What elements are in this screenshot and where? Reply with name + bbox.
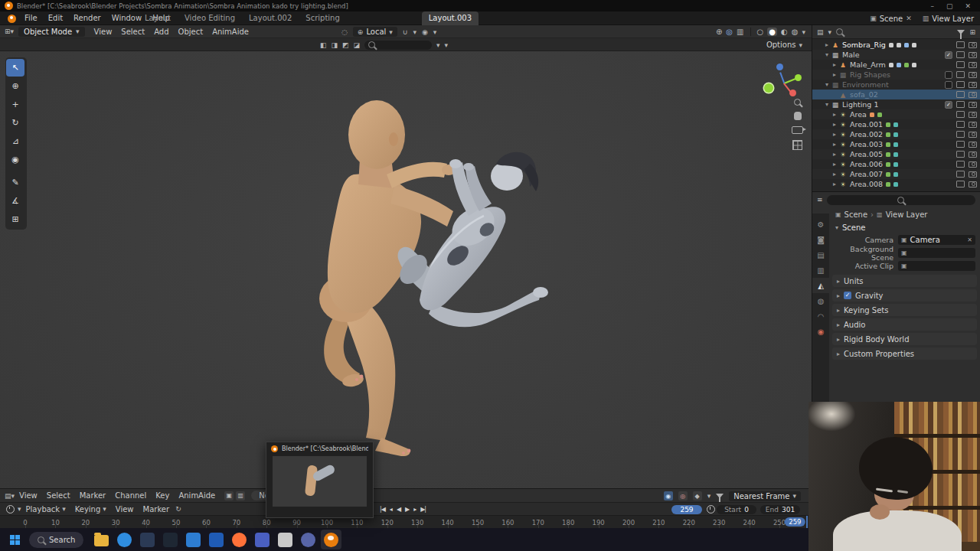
snap-target-icon[interactable]: ▾	[436, 41, 440, 49]
select-box-tool[interactable]: ↖	[6, 59, 24, 77]
annotate-tool[interactable]: ✎	[6, 174, 24, 191]
dopesheet-menu-marker[interactable]: Marker	[75, 489, 111, 503]
menu-edit[interactable]: Edit	[43, 11, 68, 25]
timeline-menu-view[interactable]: View	[111, 503, 139, 516]
collection-checkbox[interactable]: ✓	[945, 101, 952, 109]
next-keyframe-button[interactable]: ▸	[413, 506, 416, 513]
close-icon[interactable]: ✕	[906, 15, 912, 22]
outliner-row[interactable]: ▸♟Male_Arm	[812, 60, 980, 70]
disclosure-icon[interactable]: ▸	[831, 61, 838, 68]
play-button[interactable]: ▶	[405, 506, 409, 513]
render-visibility-icon[interactable]	[969, 181, 977, 187]
section-rigid-body-world[interactable]: ▸Rigid Body World	[832, 333, 977, 345]
notes-app-taskbar-button[interactable]	[275, 530, 296, 549]
viewport-visibility-icon[interactable]	[956, 71, 965, 78]
dopesheet-menu-key[interactable]: Key	[151, 489, 174, 503]
new-collection-icon[interactable]: ⊞	[969, 28, 975, 36]
disclosure-icon[interactable]: ▾	[823, 51, 831, 58]
blender-menu-icon[interactable]	[8, 15, 16, 23]
outliner-row[interactable]: ▾▦Environment	[812, 80, 980, 90]
clear-icon[interactable]: ✕	[967, 236, 972, 243]
view-layer-selector[interactable]: ▥ View Layer	[923, 15, 974, 23]
section-custom-properties[interactable]: ▸Custom Properties	[832, 347, 977, 360]
section-units[interactable]: ▸Units	[832, 275, 977, 287]
navigation-gizmo[interactable]	[756, 57, 805, 100]
measure-tool[interactable]: ∡	[6, 192, 24, 210]
file-explorer-taskbar-button[interactable]	[91, 530, 112, 549]
disclosure-icon[interactable]: ▸	[831, 171, 838, 178]
properties-tab-view-layer[interactable]: ▥	[812, 262, 829, 278]
viewport-menu-view[interactable]: View	[90, 25, 117, 38]
render-visibility-icon[interactable]	[969, 42, 977, 48]
viewport-menu-select[interactable]: Select	[116, 25, 149, 38]
3d-viewport[interactable]: ↖⊕+↻⊿◉✎∡⊞	[0, 51, 812, 488]
disclosure-icon[interactable]: ▸	[831, 121, 838, 128]
chevron-down-icon[interactable]: ▾	[828, 28, 832, 36]
minimize-button[interactable]: –	[930, 2, 934, 10]
tool-search-field[interactable]	[364, 41, 432, 50]
axis-y-dot[interactable]	[795, 74, 802, 81]
word-app-taskbar-button[interactable]	[206, 530, 227, 549]
collection-checkbox[interactable]	[945, 81, 952, 89]
render-visibility-icon[interactable]	[969, 72, 977, 78]
outliner-row[interactable]: ▸☀Area.006	[812, 159, 980, 169]
workspace-tab-layout[interactable]: Layout	[138, 11, 178, 25]
scene-selector[interactable]: ▣ Scene ✕	[870, 15, 912, 23]
gizmo-icon[interactable]: ⊕	[716, 28, 722, 36]
search-icon[interactable]	[836, 28, 843, 35]
outliner-row[interactable]: ▲sofa_02	[812, 90, 980, 99]
viewport-visibility-icon[interactable]	[956, 151, 965, 158]
workspace-tab-video editing[interactable]: Video Editing	[178, 11, 242, 25]
disclosure-icon[interactable]: ▸	[831, 131, 838, 138]
background-scene-field[interactable]: ▣	[898, 248, 975, 258]
xray-icon[interactable]: ▥	[737, 28, 743, 36]
render-visibility-icon[interactable]	[969, 112, 977, 118]
fallback-tool-icon[interactable]: ◧	[320, 41, 327, 49]
menu-file[interactable]: File	[19, 11, 43, 25]
properties-tab-output[interactable]: ▤	[812, 247, 829, 262]
viewport-visibility-icon[interactable]	[956, 111, 965, 118]
render-visibility-icon[interactable]	[969, 62, 977, 68]
shading-material-icon[interactable]: ◐	[781, 28, 788, 36]
brush-blend-icon[interactable]: ◩	[342, 41, 349, 49]
dopesheet-menu-channel[interactable]: Channel	[110, 489, 151, 503]
snap-magnet-icon[interactable]: ∪	[403, 28, 408, 36]
viewport-visibility-icon[interactable]	[956, 171, 965, 178]
properties-tab-tool[interactable]: ⚙	[812, 217, 829, 232]
maximize-button[interactable]: ▢	[946, 2, 953, 10]
cursor-tool[interactable]: ⊕	[6, 77, 24, 95]
render-visibility-icon[interactable]	[969, 142, 977, 148]
timeline-menu-marker[interactable]: Marker	[139, 503, 175, 516]
collection-checkbox[interactable]	[945, 71, 952, 79]
disclosure-icon[interactable]: ▾	[823, 81, 831, 88]
rotate-tool[interactable]: ↻	[6, 114, 24, 132]
use-preview-range-icon[interactable]	[707, 505, 715, 514]
firefox-browser-taskbar-button[interactable]	[229, 530, 250, 549]
only-selected-icon[interactable]: ▣	[224, 491, 234, 500]
markers-icon[interactable]: ◆	[693, 491, 702, 500]
hide-channels-icon[interactable]: ▥	[236, 491, 245, 500]
editor-type-icon[interactable]: ▤	[5, 492, 11, 500]
viewport-visibility-icon[interactable]	[956, 41, 965, 48]
viewport-visibility-icon[interactable]	[956, 91, 965, 98]
ortho-grid-icon[interactable]	[792, 140, 802, 150]
viewport-visibility-icon[interactable]	[956, 121, 965, 128]
scene-section-header[interactable]: ▾ Scene	[829, 221, 980, 233]
render-visibility-icon[interactable]	[969, 92, 977, 98]
breadcrumb-scene[interactable]: Scene	[844, 210, 868, 219]
pan-hand-icon[interactable]	[794, 112, 802, 120]
chevron-down-icon[interactable]: ▾	[11, 28, 15, 35]
prev-keyframe-button[interactable]: ◂	[390, 506, 392, 513]
gravity-checkbox[interactable]: ✓	[844, 292, 851, 299]
outliner-row[interactable]: ▾▦Male✓	[812, 50, 980, 60]
viewport-visibility-icon[interactable]	[956, 141, 965, 148]
proportional-icon[interactable]: ◉	[664, 491, 673, 500]
section-keying-sets[interactable]: ▸Keying Sets	[832, 304, 977, 316]
overlays-icon[interactable]: ◎	[726, 28, 733, 36]
timeline-menu-playback[interactable]: Playback▾	[21, 503, 70, 516]
timeline-menu-keying[interactable]: Keying▾	[70, 503, 111, 516]
editor-type-icon[interactable]: ⊞	[5, 28, 11, 35]
workspace-tab-layout.002[interactable]: Layout.002	[242, 11, 299, 25]
workspace-tab-scripting[interactable]: Scripting	[299, 11, 346, 25]
mode-dropdown[interactable]: Object Mode ▾	[18, 27, 85, 37]
